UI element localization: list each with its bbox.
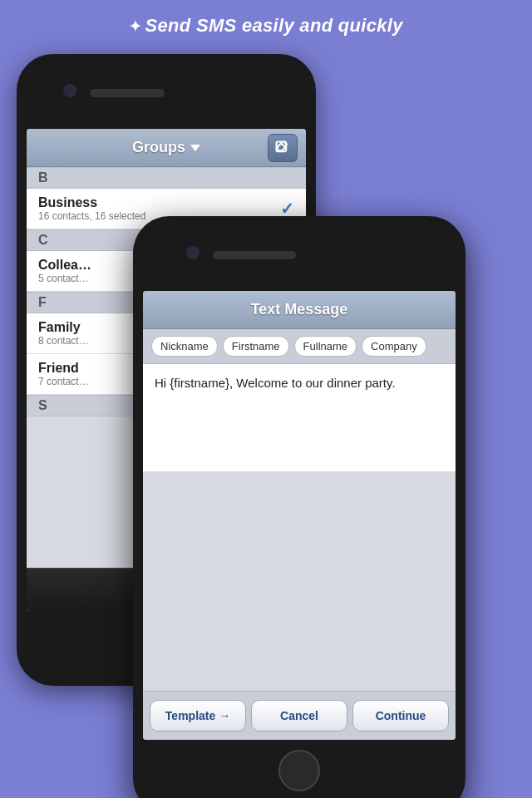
phone2-camera-icon bbox=[186, 246, 200, 259]
tag-company[interactable]: Company bbox=[362, 336, 426, 357]
cancel-button[interactable]: Cancel bbox=[251, 700, 347, 732]
groups-navbar: Groups bbox=[27, 129, 306, 167]
template-tags-row: Nickname Firstname Fullname Company bbox=[143, 329, 456, 364]
phone1-camera-icon bbox=[63, 84, 76, 97]
tagline: ✦Send SMS easily and quickly bbox=[0, 15, 532, 37]
groups-title-text: Groups bbox=[132, 139, 185, 156]
dropdown-arrow-icon[interactable] bbox=[190, 145, 200, 151]
msg-buttons-row: Template → Cancel Continue bbox=[143, 691, 456, 740]
continue-button[interactable]: Continue bbox=[352, 700, 449, 732]
phone2-speaker-icon bbox=[213, 251, 296, 259]
phone1-speaker-icon bbox=[90, 89, 165, 97]
msg-navbar-title: Text Message bbox=[251, 301, 348, 318]
star-icon: ✦ bbox=[129, 18, 141, 35]
tag-fullname[interactable]: Fullname bbox=[294, 336, 357, 357]
msg-navbar: Text Message bbox=[143, 291, 456, 329]
groups-navbar-title: Groups bbox=[132, 139, 200, 156]
phone2-home-button[interactable] bbox=[278, 750, 320, 791]
list-item-title: Business bbox=[38, 195, 294, 210]
section-header-b: B bbox=[27, 167, 306, 189]
template-button[interactable]: Template → bbox=[150, 700, 246, 732]
tag-nickname[interactable]: Nickname bbox=[151, 336, 218, 357]
tag-firstname[interactable]: Firstname bbox=[223, 336, 289, 357]
phone2-screen: Text Message Nickname Firstname Fullname… bbox=[143, 291, 456, 740]
message-text-area[interactable]: Hi {firstname}, Welcome to our dinner pa… bbox=[143, 364, 456, 472]
groups-edit-button[interactable] bbox=[268, 134, 298, 162]
phone2-device: Text Message Nickname Firstname Fullname… bbox=[133, 216, 466, 798]
